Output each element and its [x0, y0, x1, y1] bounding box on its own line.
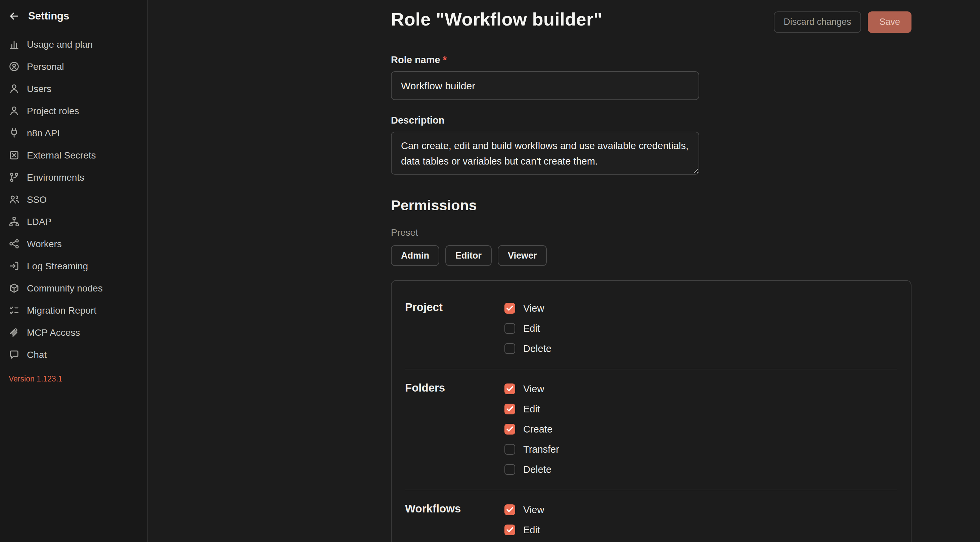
preset-button-viewer[interactable]: Viewer: [498, 245, 547, 266]
sidebar-item-external-secrets[interactable]: External Secrets: [0, 144, 147, 166]
package-icon: [9, 283, 19, 293]
save-button[interactable]: Save: [868, 11, 912, 33]
permission-option-label: Edit: [523, 323, 540, 334]
permission-group-name: Workflows: [405, 500, 504, 542]
checkbox[interactable]: [504, 424, 515, 434]
checkbox[interactable]: [504, 303, 515, 314]
checkbox[interactable]: [504, 323, 515, 334]
permission-folders-create[interactable]: Create: [504, 419, 559, 439]
sidebar-item-label: Project roles: [27, 105, 79, 116]
sidebar-item-mcp-access[interactable]: MCP Access: [0, 321, 147, 343]
sidebar-item-label: MCP Access: [27, 327, 80, 337]
sidebar-item-label: Usage and plan: [27, 39, 93, 49]
user-role-icon: [9, 105, 19, 116]
permission-folders-delete[interactable]: Delete: [504, 459, 559, 480]
sidebar-item-n8n-api[interactable]: n8n API: [0, 122, 147, 144]
permission-folders-edit[interactable]: Edit: [504, 399, 559, 419]
description-input[interactable]: Can create, edit and build workflows and…: [391, 131, 699, 174]
sidebar-item-label: Log Streaming: [27, 260, 88, 271]
permission-project-view[interactable]: View: [504, 298, 552, 318]
description-label: Description: [391, 114, 912, 125]
permission-option-label: Delete: [523, 464, 552, 475]
permission-workflows-create[interactable]: Create: [504, 540, 552, 542]
sidebar-item-project-roles[interactable]: Project roles: [0, 99, 147, 122]
sidebar-item-label: Community nodes: [27, 283, 103, 293]
permission-option-label: Delete: [523, 343, 552, 354]
checkbox[interactable]: [504, 343, 515, 354]
chat-icon: [9, 349, 19, 360]
permission-folders-transfer[interactable]: Transfer: [504, 439, 559, 459]
sidebar-item-community-nodes[interactable]: Community nodes: [0, 277, 147, 299]
sidebar-item-label: SSO: [27, 194, 47, 205]
sidebar-nav: Usage and plan Personal Users Project ro…: [0, 30, 147, 366]
permission-group-workflows: Workflows View Edit Create: [405, 490, 897, 542]
header-actions: Discard changes Save: [773, 11, 912, 33]
sidebar-item-sso[interactable]: SSO: [0, 188, 147, 210]
sidebar-item-label: Workers: [27, 238, 62, 249]
sidebar-item-log-streaming[interactable]: Log Streaming: [0, 254, 147, 277]
user-icon: [9, 83, 19, 94]
permission-project-edit[interactable]: Edit: [504, 318, 552, 339]
preset-button-admin[interactable]: Admin: [391, 245, 439, 266]
permission-option-label: Create: [523, 424, 552, 434]
sidebar-item-ldap[interactable]: LDAP: [0, 210, 147, 232]
permission-project-delete[interactable]: Delete: [504, 339, 552, 359]
main-content: Role "Workflow builder" Discard changes …: [148, 0, 980, 542]
permission-options: View Edit Delete: [504, 298, 552, 359]
sidebar-item-label: n8n API: [27, 127, 60, 138]
sidebar-item-label: Migration Report: [27, 305, 96, 315]
permission-option-label: Edit: [523, 525, 540, 535]
permission-option-label: View: [523, 303, 544, 314]
sso-icon: [9, 194, 19, 205]
permission-group-project: Project View Edit Delete: [405, 289, 897, 369]
permission-workflows-view[interactable]: View: [504, 500, 552, 520]
sidebar-item-workers[interactable]: Workers: [0, 232, 147, 254]
permission-folders-view[interactable]: View: [504, 379, 559, 399]
permission-option-label: Edit: [523, 404, 540, 414]
permission-option-label: View: [523, 383, 544, 394]
vault-icon: [9, 149, 19, 160]
api-icon: [9, 127, 19, 138]
sidebar-item-label: Chat: [27, 349, 47, 360]
discard-changes-button[interactable]: Discard changes: [773, 11, 861, 33]
sidebar-item-users[interactable]: Users: [0, 77, 147, 99]
sidebar-item-label: External Secrets: [27, 149, 96, 160]
checkbox[interactable]: [504, 525, 515, 535]
checklist-icon: [9, 305, 19, 315]
checkbox[interactable]: [504, 464, 515, 475]
network-icon: [9, 216, 19, 227]
permission-workflows-edit[interactable]: Edit: [504, 520, 552, 540]
arrow-left-icon[interactable]: [9, 11, 19, 22]
role-name-field: Role name*: [391, 54, 912, 100]
sidebar-item-chat[interactable]: Chat: [0, 343, 147, 366]
page-header: Role "Workflow builder" Discard changes …: [391, 10, 912, 33]
permission-option-label: Transfer: [523, 444, 559, 455]
checkbox[interactable]: [504, 383, 515, 394]
checkbox[interactable]: [504, 444, 515, 455]
checkbox[interactable]: [504, 504, 515, 515]
role-name-label-text: Role name: [391, 54, 440, 65]
sidebar-item-migration-report[interactable]: Migration Report: [0, 299, 147, 321]
permissions-heading: Permissions: [391, 197, 912, 214]
page-title: Role "Workflow builder": [391, 10, 602, 30]
mcp-icon: [9, 327, 19, 337]
role-editor: Role "Workflow builder" Discard changes …: [391, 10, 912, 542]
workers-icon: [9, 238, 19, 249]
sidebar-item-environments[interactable]: Environments: [0, 166, 147, 188]
version-label: Version 1.123.1: [9, 375, 138, 383]
preset-button-editor[interactable]: Editor: [445, 245, 492, 266]
sidebar-item-label: Users: [27, 83, 51, 94]
role-name-input[interactable]: [391, 71, 699, 100]
settings-title: Settings: [28, 10, 69, 22]
permission-group-name: Folders: [405, 379, 504, 480]
permission-options: View Edit Create Transfer Delete: [504, 379, 559, 480]
settings-back-header[interactable]: Settings: [0, 0, 147, 30]
sidebar: Settings Usage and plan Personal Users P…: [0, 0, 148, 542]
permission-option-label: View: [523, 504, 544, 515]
preset-label: Preset: [391, 227, 912, 237]
permissions-panel: Project View Edit Delete Folders View Ed…: [391, 280, 912, 542]
sidebar-item-usage-and-plan[interactable]: Usage and plan: [0, 33, 147, 55]
sidebar-item-personal[interactable]: Personal: [0, 55, 147, 77]
checkbox[interactable]: [504, 404, 515, 414]
git-branch-icon: [9, 172, 19, 182]
